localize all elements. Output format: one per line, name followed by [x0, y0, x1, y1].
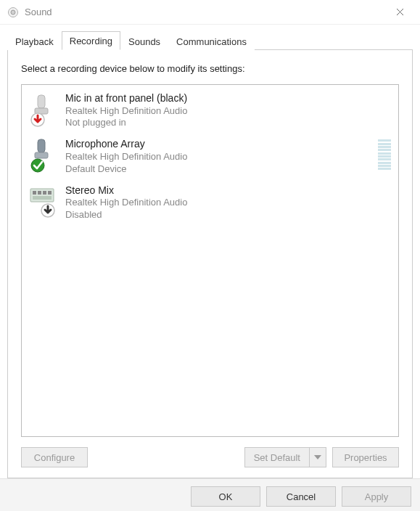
- button-label: Configure: [34, 452, 75, 463]
- close-button[interactable]: [385, 2, 414, 23]
- tab-playback[interactable]: Playback: [7, 32, 62, 50]
- titlebar: Sound: [0, 0, 420, 25]
- button-label: Cancel: [287, 491, 316, 502]
- svg-rect-5: [38, 139, 45, 152]
- device-status: Default Device: [65, 163, 369, 176]
- dialog-body: Playback Recording Sounds Communications…: [0, 25, 420, 478]
- device-row[interactable]: Microphone Array Realtek High Definition…: [22, 134, 398, 179]
- device-driver: Realtek High Definition Audio: [65, 105, 391, 118]
- button-label: Properties: [344, 452, 387, 463]
- svg-rect-8: [30, 189, 54, 202]
- tab-sounds[interactable]: Sounds: [120, 32, 168, 50]
- device-status: Not plugged in: [65, 117, 391, 129]
- set-default-button[interactable]: Set Default: [244, 447, 309, 467]
- tab-panel-recording: Select a recording device below to modif…: [7, 50, 413, 478]
- svg-rect-6: [35, 152, 48, 158]
- chevron-down-icon: [314, 455, 321, 459]
- configure-button[interactable]: Configure: [21, 447, 88, 467]
- svg-rect-11: [43, 191, 46, 195]
- tab-label: Recording: [70, 36, 112, 46]
- tab-communications[interactable]: Communications: [168, 32, 255, 50]
- ok-button[interactable]: OK: [191, 486, 260, 507]
- mic-array-icon: [28, 138, 57, 173]
- device-row[interactable]: Mic in at front panel (black) Realtek Hi…: [22, 88, 398, 134]
- svg-rect-12: [48, 191, 52, 195]
- tab-label: Playback: [15, 36, 54, 47]
- device-text: Mic in at front panel (black) Realtek Hi…: [65, 92, 391, 129]
- set-default-dropdown[interactable]: [309, 447, 326, 467]
- device-name: Mic in at front panel (black): [65, 92, 391, 105]
- device-name: Microphone Array: [65, 138, 369, 151]
- cancel-button[interactable]: Cancel: [266, 486, 336, 507]
- mic-jack-icon: [28, 92, 57, 127]
- button-label: Apply: [365, 491, 389, 502]
- svg-rect-13: [33, 196, 52, 200]
- tab-label: Communications: [176, 36, 247, 47]
- level-meter: [378, 138, 391, 171]
- button-label: Set Default: [254, 452, 300, 463]
- button-label: OK: [219, 491, 233, 502]
- device-row[interactable]: Stereo Mix Realtek High Definition Audio…: [22, 180, 398, 226]
- device-text: Microphone Array Realtek High Definition…: [65, 138, 369, 175]
- tabstrip: Playback Recording Sounds Communications: [7, 30, 413, 50]
- svg-point-1: [11, 10, 15, 15]
- window-title: Sound: [25, 7, 385, 17]
- svg-rect-2: [38, 95, 45, 108]
- tab-recording[interactable]: Recording: [62, 31, 120, 50]
- device-name: Stereo Mix: [65, 184, 391, 197]
- set-default-split: Set Default: [244, 447, 326, 467]
- device-driver: Realtek High Definition Audio: [65, 151, 369, 163]
- panel-buttons: Configure Set Default Properties: [21, 447, 399, 467]
- device-list[interactable]: Mic in at front panel (black) Realtek Hi…: [21, 84, 399, 437]
- device-driver: Realtek High Definition Audio: [65, 197, 391, 209]
- sound-app-icon: [7, 7, 19, 18]
- svg-rect-10: [38, 191, 41, 195]
- dialog-footer: OK Cancel Apply: [0, 478, 420, 511]
- tab-label: Sounds: [128, 36, 160, 47]
- device-status: Disabled: [65, 209, 391, 221]
- properties-button[interactable]: Properties: [332, 447, 399, 467]
- apply-button[interactable]: Apply: [342, 486, 411, 507]
- instruction-text: Select a recording device below to modif…: [21, 63, 399, 74]
- svg-rect-9: [33, 191, 36, 195]
- stereo-mix-icon: [28, 184, 57, 219]
- device-text: Stereo Mix Realtek High Definition Audio…: [65, 184, 391, 221]
